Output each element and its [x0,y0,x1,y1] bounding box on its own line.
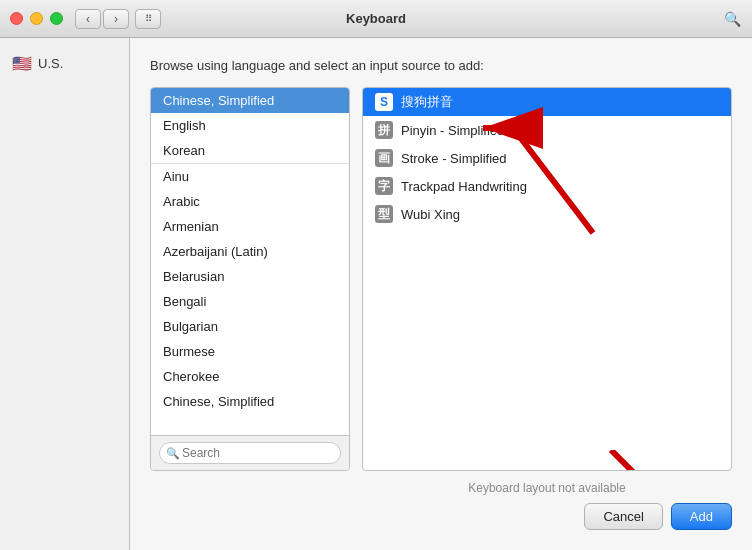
input-icon-pinyin: 拼 [375,121,393,139]
window-title: Keyboard [346,11,406,26]
language-item-korean[interactable]: Korean [151,138,349,163]
language-item-bengali[interactable]: Bengali [151,289,349,314]
input-label-wubi: Wubi Xing [401,207,460,222]
input-panel: S搜狗拼音拼Pinyin - Simplified画Stroke - Simpl… [362,87,732,471]
search-input[interactable] [159,442,341,464]
input-icon-wubi: 型 [375,205,393,223]
language-item-ainu[interactable]: Ainu [151,163,349,189]
language-item-english[interactable]: English [151,113,349,138]
minimize-button[interactable] [30,12,43,25]
language-item-burmese[interactable]: Burmese [151,339,349,364]
search-bar: 🔍 [151,435,349,470]
nav-buttons: ‹ › [75,9,129,29]
dialog-buttons: Cancel Add [150,503,732,530]
cancel-button[interactable]: Cancel [584,503,662,530]
input-icon-stroke: 画 [375,149,393,167]
forward-button[interactable]: › [103,9,129,29]
language-item-belarusian[interactable]: Belarusian [151,264,349,289]
input-label-pinyin: Pinyin - Simplified [401,123,504,138]
input-icon-sougou: S [375,93,393,111]
input-label-stroke: Stroke - Simplified [401,151,506,166]
language-item-cherokee[interactable]: Cherokee [151,364,349,389]
input-item-sougou[interactable]: S搜狗拼音 [363,88,731,116]
input-label-trackpad: Trackpad Handwriting [401,179,527,194]
language-item-armenian[interactable]: Armenian [151,214,349,239]
input-item-pinyin[interactable]: 拼Pinyin - Simplified [363,116,731,144]
close-button[interactable] [10,12,23,25]
language-item-arabic[interactable]: Arabic [151,189,349,214]
input-label-sougou: 搜狗拼音 [401,93,453,111]
dialog-instruction: Browse using language and select an inpu… [150,58,732,73]
grid-button[interactable]: ⠿ [135,9,161,29]
input-item-trackpad[interactable]: 字Trackpad Handwriting [363,172,731,200]
maximize-button[interactable] [50,12,63,25]
main-content: 🇺🇸 U.S. Browse using language and select… [0,38,752,550]
language-item-chinese-simplified[interactable]: Chinese, Simplified [151,88,349,113]
input-list[interactable]: S搜狗拼音拼Pinyin - Simplified画Stroke - Simpl… [363,88,731,470]
input-item-wubi[interactable]: 型Wubi Xing [363,200,731,228]
keyboard-dialog: Browse using language and select an inpu… [130,38,752,550]
traffic-lights [10,12,63,25]
search-icon[interactable]: 🔍 [722,9,742,29]
title-bar: ‹ › ⠿ Keyboard 🔍 [0,0,752,38]
language-item-chinese-simplified-2[interactable]: Chinese, Simplified [151,389,349,414]
keyboard-note: Keyboard layout not available [150,481,732,495]
language-panel: Chinese, SimplifiedEnglishKoreanAinuArab… [150,87,350,471]
language-item-azerbaijani[interactable]: Azerbaijani (Latin) [151,239,349,264]
dialog-bottom: Keyboard layout not available Cancel Add [150,481,732,530]
sidebar-item-label: U.S. [38,56,63,71]
panels-container: Chinese, SimplifiedEnglishKoreanAinuArab… [150,87,732,471]
language-list[interactable]: Chinese, SimplifiedEnglishKoreanAinuArab… [151,88,349,435]
language-item-bulgarian[interactable]: Bulgarian [151,314,349,339]
add-button[interactable]: Add [671,503,732,530]
us-flag-icon: 🇺🇸 [12,54,32,73]
input-item-stroke[interactable]: 画Stroke - Simplified [363,144,731,172]
back-button[interactable]: ‹ [75,9,101,29]
sidebar: 🇺🇸 U.S. [0,38,130,550]
sidebar-item-us[interactable]: 🇺🇸 U.S. [0,48,129,79]
input-icon-trackpad: 字 [375,177,393,195]
